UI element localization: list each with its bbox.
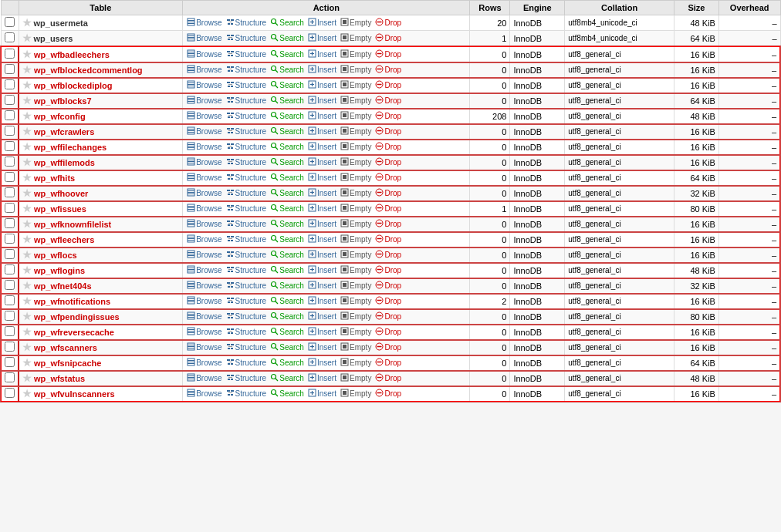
- browse-btn[interactable]: Browse: [187, 157, 221, 167]
- structure-btn[interactable]: Structure: [226, 188, 267, 198]
- browse-btn[interactable]: Browse: [187, 281, 221, 291]
- structure-btn[interactable]: Structure: [226, 327, 267, 337]
- browse-btn[interactable]: Browse: [187, 204, 221, 214]
- insert-btn[interactable]: Insert: [308, 80, 336, 90]
- search-btn[interactable]: Search: [270, 311, 304, 322]
- insert-btn[interactable]: Insert: [308, 111, 336, 121]
- insert-btn[interactable]: Insert: [308, 342, 336, 352]
- star-icon[interactable]: ★: [22, 388, 32, 399]
- star-icon[interactable]: ★: [22, 64, 32, 76]
- browse-btn[interactable]: Browse: [187, 265, 221, 275]
- empty-btn[interactable]: Empty: [340, 80, 371, 90]
- structure-btn[interactable]: Structure: [226, 33, 267, 43]
- structure-btn[interactable]: Structure: [226, 157, 267, 167]
- insert-btn[interactable]: Insert: [308, 373, 336, 383]
- star-icon[interactable]: ★: [22, 157, 32, 168]
- drop-btn[interactable]: Drop: [375, 204, 401, 214]
- structure-btn[interactable]: Structure: [226, 18, 267, 28]
- search-btn[interactable]: Search: [270, 265, 304, 275]
- structure-btn[interactable]: Structure: [226, 281, 267, 291]
- structure-btn[interactable]: Structure: [226, 49, 267, 59]
- browse-btn[interactable]: Browse: [187, 296, 221, 306]
- structure-btn[interactable]: Structure: [226, 373, 267, 383]
- row-checkbox[interactable]: [5, 187, 15, 197]
- browse-btn[interactable]: Browse: [187, 80, 221, 90]
- structure-btn[interactable]: Structure: [226, 342, 267, 352]
- structure-btn[interactable]: Structure: [226, 111, 267, 121]
- row-checkbox[interactable]: [5, 357, 15, 367]
- browse-btn[interactable]: Browse: [187, 342, 221, 352]
- search-btn[interactable]: Search: [270, 173, 304, 183]
- structure-btn[interactable]: Structure: [226, 219, 267, 229]
- browse-btn[interactable]: Browse: [187, 33, 221, 43]
- star-icon[interactable]: ★: [22, 357, 32, 369]
- insert-btn[interactable]: Insert: [308, 96, 336, 106]
- star-icon[interactable]: ★: [22, 326, 32, 338]
- structure-btn[interactable]: Structure: [226, 265, 267, 275]
- insert-btn[interactable]: Insert: [308, 142, 336, 152]
- row-checkbox[interactable]: [5, 110, 15, 120]
- empty-btn[interactable]: Empty: [340, 111, 371, 121]
- empty-btn[interactable]: Empty: [340, 49, 371, 59]
- row-checkbox[interactable]: [5, 326, 15, 336]
- empty-btn[interactable]: Empty: [340, 219, 371, 229]
- insert-btn[interactable]: Insert: [308, 281, 336, 291]
- search-btn[interactable]: Search: [270, 219, 304, 229]
- empty-btn[interactable]: Empty: [340, 358, 371, 368]
- browse-btn[interactable]: Browse: [187, 142, 221, 152]
- empty-btn[interactable]: Empty: [340, 234, 371, 244]
- row-checkbox[interactable]: [5, 172, 15, 182]
- drop-btn[interactable]: Drop: [375, 126, 401, 136]
- structure-btn[interactable]: Structure: [226, 126, 267, 136]
- row-checkbox[interactable]: [5, 141, 15, 151]
- drop-btn[interactable]: Drop: [375, 250, 401, 260]
- star-icon[interactable]: ★: [22, 342, 32, 353]
- search-btn[interactable]: Search: [270, 33, 304, 43]
- search-btn[interactable]: Search: [270, 358, 304, 368]
- insert-btn[interactable]: Insert: [308, 327, 336, 337]
- structure-btn[interactable]: Structure: [226, 142, 267, 152]
- empty-btn[interactable]: Empty: [340, 33, 371, 43]
- row-checkbox[interactable]: [5, 372, 15, 382]
- row-checkbox[interactable]: [5, 64, 15, 74]
- star-icon[interactable]: ★: [22, 203, 32, 214]
- search-btn[interactable]: Search: [270, 96, 304, 106]
- row-checkbox[interactable]: [5, 79, 15, 89]
- star-icon[interactable]: ★: [22, 126, 32, 137]
- drop-btn[interactable]: Drop: [375, 96, 401, 106]
- drop-btn[interactable]: Drop: [375, 327, 401, 337]
- drop-btn[interactable]: Drop: [375, 311, 401, 322]
- drop-btn[interactable]: Drop: [375, 281, 401, 291]
- drop-btn[interactable]: Drop: [375, 65, 401, 75]
- row-checkbox[interactable]: [5, 264, 15, 274]
- row-checkbox[interactable]: [5, 126, 15, 136]
- star-icon[interactable]: ★: [22, 280, 32, 291]
- insert-btn[interactable]: Insert: [308, 18, 336, 28]
- star-icon[interactable]: ★: [22, 32, 32, 44]
- empty-btn[interactable]: Empty: [340, 250, 371, 260]
- search-btn[interactable]: Search: [270, 65, 304, 75]
- search-btn[interactable]: Search: [270, 18, 304, 28]
- row-checkbox[interactable]: [5, 218, 15, 228]
- insert-btn[interactable]: Insert: [308, 173, 336, 183]
- search-btn[interactable]: Search: [270, 80, 304, 90]
- browse-btn[interactable]: Browse: [187, 49, 221, 59]
- search-btn[interactable]: Search: [270, 281, 304, 291]
- empty-btn[interactable]: Empty: [340, 311, 371, 322]
- browse-btn[interactable]: Browse: [187, 358, 221, 368]
- insert-btn[interactable]: Insert: [308, 296, 336, 306]
- empty-btn[interactable]: Empty: [340, 327, 371, 337]
- drop-btn[interactable]: Drop: [375, 389, 401, 399]
- star-icon[interactable]: ★: [22, 187, 32, 199]
- drop-btn[interactable]: Drop: [375, 18, 401, 28]
- row-checkbox[interactable]: [5, 17, 15, 27]
- drop-btn[interactable]: Drop: [375, 265, 401, 275]
- star-icon[interactable]: ★: [22, 110, 32, 122]
- star-icon[interactable]: ★: [22, 49, 32, 60]
- drop-btn[interactable]: Drop: [375, 373, 401, 383]
- search-btn[interactable]: Search: [270, 250, 304, 260]
- insert-btn[interactable]: Insert: [308, 188, 336, 198]
- empty-btn[interactable]: Empty: [340, 142, 371, 152]
- search-btn[interactable]: Search: [270, 327, 304, 337]
- insert-btn[interactable]: Insert: [308, 358, 336, 368]
